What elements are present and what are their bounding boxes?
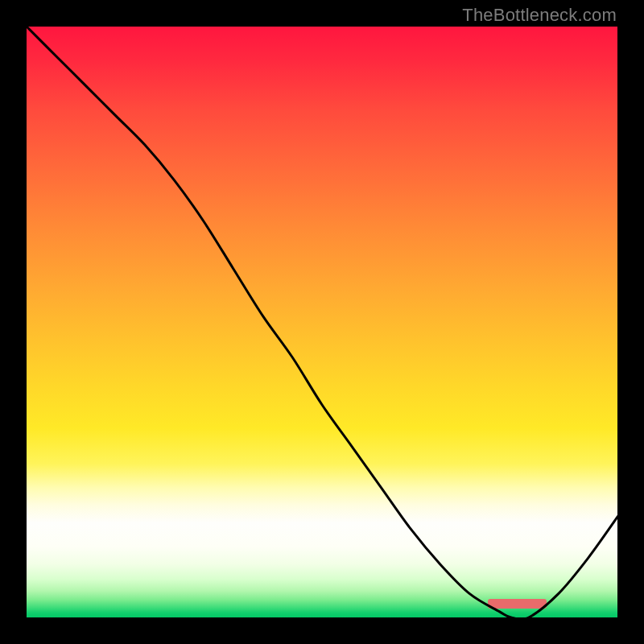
bottleneck-curve (27, 27, 617, 617)
plot-area (27, 27, 617, 617)
bottleneck-curve-path (27, 27, 617, 617)
chart-frame: TheBottleneck.com (0, 0, 644, 644)
watermark: TheBottleneck.com (462, 5, 617, 26)
